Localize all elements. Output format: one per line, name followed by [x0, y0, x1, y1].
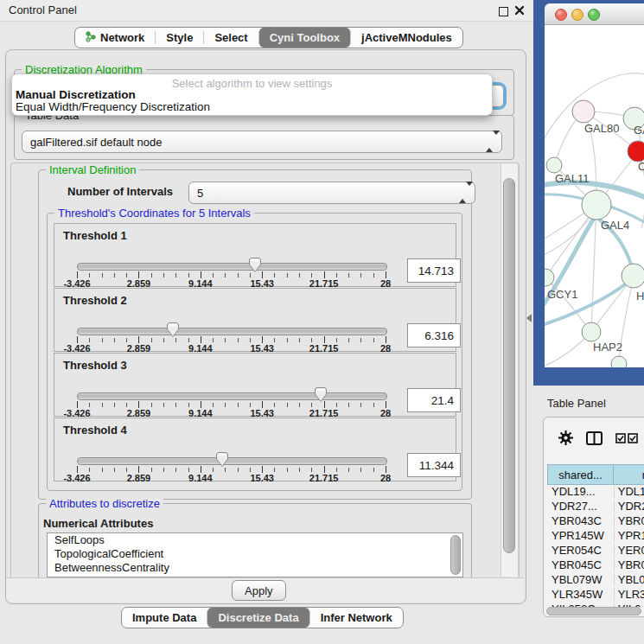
slider-thumb[interactable]	[215, 451, 229, 468]
attribute-item-topologicalcoefficient[interactable]: TopologicalCoefficient	[48, 547, 462, 561]
table-row[interactable]: YBR043CYBR0	[547, 513, 644, 528]
tab-jactivemnodules[interactable]: jActiveMNodules	[351, 28, 462, 48]
tab-label-cyni-toolbox: Cyni Toolbox	[270, 31, 340, 44]
network-node[interactable]	[582, 322, 601, 341]
threshold-panel-3: Threshold 3-3.4262.8599.14415.4321.71528…	[54, 353, 456, 417]
network-node[interactable]	[546, 157, 562, 173]
cell-shared-name: YDR27...	[547, 500, 615, 513]
tab-cyni-toolbox[interactable]: Cyni Toolbox	[259, 28, 350, 48]
columns-icon[interactable]	[586, 431, 603, 448]
tab-style[interactable]: Style	[156, 28, 203, 48]
algorithm-option-manual-discretization[interactable]: Manual Discretization	[16, 89, 488, 101]
gear-icon[interactable]	[558, 430, 573, 448]
threshold-panel-4: Threshold 4-3.4262.8599.14415.4321.71528…	[54, 418, 456, 481]
cell-name: YBR0	[615, 558, 644, 571]
slider-major-tick	[262, 271, 263, 278]
table-row[interactable]: YER054CYER0	[547, 543, 644, 558]
slider-thumb[interactable]	[166, 322, 180, 338]
control-panel-titlebar: Control Panel	[0, 0, 533, 22]
slider-track[interactable]	[77, 392, 387, 400]
table-horizontal-scrollbar-thumb[interactable]	[546, 607, 641, 615]
table-row[interactable]: YPR145WYPR1	[547, 528, 644, 543]
tab-network[interactable]: Network	[75, 28, 155, 48]
minimize-traffic-light-icon[interactable]	[571, 9, 583, 21]
combo-spinner-icon	[486, 135, 494, 149]
table-row[interactable]: YDL19...YDL1	[547, 484, 644, 499]
slider-track[interactable]	[77, 328, 387, 335]
vertical-scrollbar-thumb[interactable]	[503, 178, 515, 553]
slider-minor-ticks	[77, 403, 386, 407]
table-rows: YDL19...YDL1YDR27...YDR2YBR043CYBR0YPR14…	[547, 484, 644, 607]
cell-shared-name: YBL079W	[547, 573, 615, 586]
combo-spinner-icon	[459, 186, 467, 200]
network-edge[interactable]	[545, 277, 591, 332]
slider-thumb[interactable]	[314, 386, 328, 403]
zoom-traffic-light-icon[interactable]	[588, 9, 600, 21]
network-canvas[interactable]: GAL80GAGAL11CGAL4GCY1HHAP2	[545, 25, 644, 367]
cell-shared-name: YLR345W	[547, 588, 615, 601]
slider-major-tick	[138, 336, 139, 343]
network-node[interactable]	[628, 141, 644, 162]
slider-major-tick	[201, 336, 201, 343]
threshold-panel-2: Threshold 2-3.4262.8599.14415.4321.71528…	[54, 288, 456, 352]
tab-impute-data[interactable]: Impute Data	[122, 608, 207, 628]
network-node-label: GAL11	[555, 172, 590, 185]
network-node[interactable]	[582, 190, 611, 220]
table-data-combo-value: galFiltered.sif default node	[22, 136, 162, 149]
apply-button[interactable]: Apply	[232, 580, 286, 601]
tab-discretize-data[interactable]: Discretize Data	[207, 608, 309, 628]
network-node-label: GAL80	[584, 122, 619, 135]
network-node-label: H	[636, 290, 644, 303]
numerical-attributes-list[interactable]: SelfLoopsTopologicalCoefficientBetweenne…	[47, 532, 463, 577]
cell-name: YER0	[615, 544, 644, 557]
slider-thumb[interactable]	[248, 257, 262, 273]
slider-track[interactable]	[77, 457, 387, 465]
float-window-icon[interactable]	[499, 7, 508, 16]
slider-track[interactable]	[77, 263, 387, 271]
thresholds-group-title: Threshold's Coordinates for 5 Intervals	[54, 207, 254, 220]
algorithm-option-equal-width-frequency-discretization[interactable]: Equal Width/Frequency Discretization	[16, 101, 488, 113]
network-node[interactable]	[572, 100, 595, 123]
attributes-list-scrollbar-thumb[interactable]	[450, 535, 461, 575]
table-row[interactable]: YBR045CYBR0	[547, 558, 644, 572]
cell-name: YBR0	[615, 514, 644, 527]
table-panel-title: Table Panel	[547, 397, 606, 410]
interval-definition-title: Interval Definition	[46, 163, 139, 176]
threshold-value-field[interactable]: 11.344	[407, 453, 461, 477]
tab-select[interactable]: Select	[204, 28, 258, 48]
tab-label-infer-network: Infer Network	[321, 611, 392, 624]
network-node-label: GAL4	[601, 219, 629, 232]
table-row[interactable]: YDR27...YDR2	[547, 499, 644, 513]
column-header-name[interactable]: n	[613, 464, 644, 485]
close-traffic-light-icon[interactable]	[555, 9, 567, 21]
network-node[interactable]	[611, 356, 627, 367]
cell-name: YDR2	[615, 500, 644, 513]
threshold-label: Threshold 4	[63, 424, 127, 437]
slider-major-tick	[77, 401, 78, 408]
table-row[interactable]: YBL079WYBL0	[547, 572, 644, 587]
tab-label-select: Select	[214, 31, 247, 44]
tab-label-jactivemnodules: jActiveMNodules	[361, 31, 452, 44]
threshold-value-field[interactable]: 21.4	[407, 388, 461, 412]
table-data-combo[interactable]: galFiltered.sif default node	[22, 131, 502, 153]
checkbox-icon[interactable]	[615, 433, 626, 446]
split-divider-arrow-icon[interactable]	[526, 314, 532, 322]
number-of-intervals-combo[interactable]: 5	[188, 182, 475, 204]
column-header-shared[interactable]: shared...	[547, 464, 614, 485]
network-node[interactable]	[545, 269, 554, 286]
attribute-item-selfloops[interactable]: SelfLoops	[48, 533, 462, 547]
network-node[interactable]	[622, 264, 644, 288]
slider-tick-label: 2.859	[127, 473, 151, 483]
tab-label-style: Style	[166, 31, 193, 44]
slider-minor-ticks	[77, 273, 386, 277]
attribute-item-betweennesscentrality[interactable]: BetweennessCentrality	[48, 561, 462, 575]
table-row[interactable]: YLR345WYLR3	[547, 587, 644, 602]
network-window-titlebar[interactable]	[545, 3, 644, 25]
close-icon[interactable]	[513, 4, 526, 16]
checkbox-icon[interactable]	[628, 433, 638, 446]
slider-tick-label: 9.144	[188, 473, 213, 483]
tab-infer-network[interactable]: Infer Network	[310, 608, 403, 628]
threshold-value-field[interactable]: 6.316	[407, 323, 461, 348]
threshold-value-field[interactable]: 14.713	[407, 258, 461, 283]
slider-major-tick	[201, 271, 201, 278]
